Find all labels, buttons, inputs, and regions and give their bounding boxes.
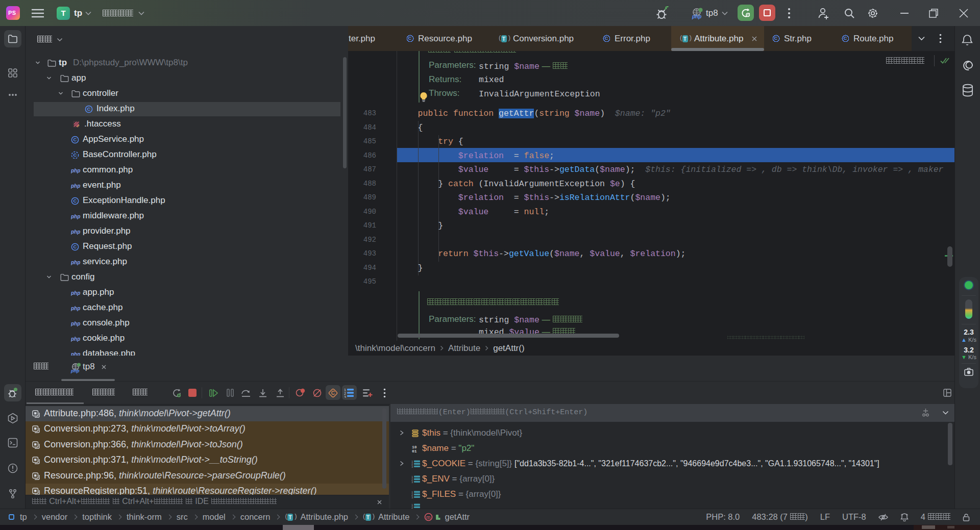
svg-text:C: C xyxy=(74,244,77,249)
svg-text:php: php xyxy=(71,229,80,235)
svg-text:3: 3 xyxy=(411,496,413,498)
svg-text:01: 01 xyxy=(412,449,417,453)
svg-text:C: C xyxy=(74,137,77,142)
svg-text:C: C xyxy=(74,152,77,158)
svg-text:php: php xyxy=(71,336,80,342)
svg-text:php: php xyxy=(692,14,701,19)
svg-text:php: php xyxy=(71,306,80,311)
svg-text:C: C xyxy=(331,390,334,396)
svg-text:3: 3 xyxy=(344,395,346,398)
svg-text:php: php xyxy=(71,351,80,356)
svg-text:php: php xyxy=(71,321,80,326)
svg-text:m: m xyxy=(426,515,430,520)
svg-text:php: php xyxy=(71,183,80,189)
svg-text:php: php xyxy=(71,290,80,296)
svg-text:3: 3 xyxy=(411,481,413,483)
svg-text:php: php xyxy=(71,260,80,265)
svg-text:C: C xyxy=(87,106,91,112)
svg-text:php: php xyxy=(70,368,80,373)
svg-text:2: 2 xyxy=(344,392,346,395)
svg-text:1: 1 xyxy=(344,388,346,392)
svg-text:php: php xyxy=(71,168,80,173)
svg-text:C: C xyxy=(74,198,77,204)
svg-text:php: php xyxy=(71,214,80,219)
svg-text:3: 3 xyxy=(411,465,413,468)
